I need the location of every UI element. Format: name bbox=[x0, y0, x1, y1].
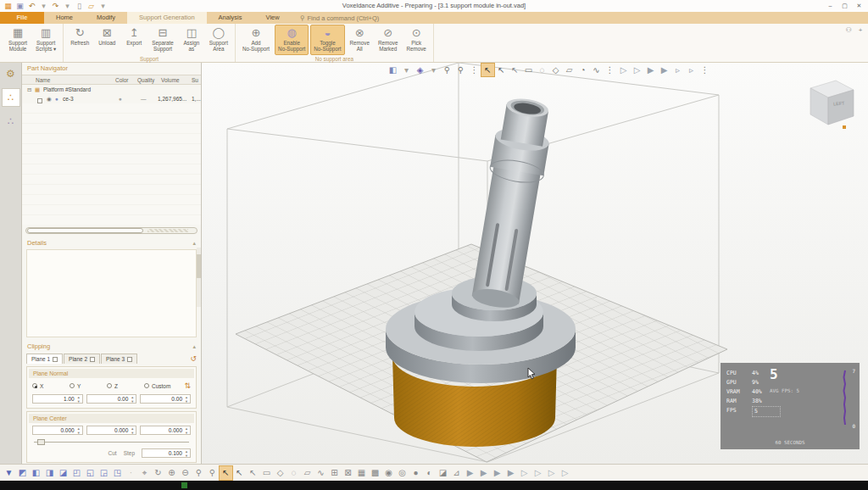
radio-x[interactable]: X bbox=[32, 383, 70, 389]
remove-all-button[interactable]: ⊗Remove All bbox=[347, 25, 373, 55]
support-navigator-icon[interactable]: ∴ bbox=[3, 113, 19, 130]
part-color-dot[interactable]: ● bbox=[119, 94, 122, 103]
refresh-button[interactable]: ↻Refresh bbox=[67, 25, 92, 55]
plane-3-checkbox[interactable] bbox=[127, 357, 132, 362]
viewport-3d[interactable]: ◧▾◈▾⚲⚲⋮↖↖↖▭◌◇▱◔∿⋮▷▷▶▶▹▹⋮ bbox=[202, 63, 868, 464]
select-cursor-icon[interactable]: ↖ bbox=[220, 466, 232, 480]
visibility-checkbox[interactable] bbox=[37, 96, 42, 105]
slider-thumb[interactable] bbox=[37, 439, 45, 445]
support-play-icon[interactable]: ▷ bbox=[631, 64, 643, 76]
toggle-no-support-button[interactable]: ◒Toggle No-Support bbox=[310, 25, 344, 55]
navigation-cube[interactable]: LEFT bbox=[810, 81, 854, 129]
mesh-select-icon[interactable]: ▩ bbox=[369, 466, 381, 480]
rect-select-icon[interactable]: ▭ bbox=[522, 64, 535, 76]
enable-no-support-button[interactable]: ◍Enable No-Support bbox=[275, 25, 309, 55]
settings-gear-icon[interactable]: ⚙ bbox=[3, 65, 19, 82]
zoom-icon[interactable]: ⚲ bbox=[454, 64, 467, 76]
drag-cursor-icon[interactable]: ↖ bbox=[509, 64, 521, 76]
play-tool-icon[interactable]: ▶ bbox=[477, 466, 490, 480]
panel-vscrollbar[interactable] bbox=[197, 248, 201, 307]
zoom-in-icon[interactable]: ⊕ bbox=[165, 466, 178, 480]
view-bottom-icon[interactable]: ◲ bbox=[97, 466, 110, 480]
zoom-window-icon[interactable]: ⚲ bbox=[192, 466, 205, 480]
play-tool-icon[interactable]: ▶ bbox=[504, 466, 517, 480]
normal-z-field[interactable]: 0.00▲▼ bbox=[140, 394, 191, 404]
play-tool-icon[interactable]: ▶ bbox=[464, 466, 476, 480]
support-play-icon[interactable]: ▹ bbox=[685, 64, 698, 76]
support-scripts-button[interactable]: ▥Support Scripts ▾ bbox=[32, 25, 59, 55]
view-filter-icon[interactable]: ▼ bbox=[3, 466, 15, 480]
play-tool-icon[interactable]: ▷ bbox=[518, 466, 531, 480]
free-select-icon[interactable]: ▱ bbox=[301, 466, 314, 480]
column-surface[interactable]: Su bbox=[192, 75, 198, 85]
tab-view[interactable]: View bbox=[254, 12, 292, 24]
half-select-icon[interactable]: ◐ bbox=[423, 466, 436, 480]
unload-button[interactable]: ⊠Unload bbox=[94, 25, 120, 55]
reset-clipping-icon[interactable]: ↺ bbox=[190, 354, 197, 363]
support-area-button[interactable]: ◯Support Area bbox=[206, 25, 231, 55]
wedge-select-icon[interactable]: ⊿ bbox=[450, 466, 463, 480]
platform-row[interactable]: ⊟ ▦ Platform #Standard bbox=[22, 85, 201, 94]
curve-select-icon[interactable]: ∿ bbox=[314, 466, 327, 480]
support-module-button[interactable]: ▦Support Module bbox=[5, 25, 31, 55]
user-icon[interactable]: ⚇ bbox=[844, 25, 853, 34]
rect-select-icon[interactable]: ▭ bbox=[260, 466, 273, 480]
normal-y-field[interactable]: 0.00▲▼ bbox=[86, 394, 137, 404]
tab-modify[interactable]: Modify bbox=[85, 12, 127, 24]
lasso-select-icon[interactable]: ◌ bbox=[287, 466, 300, 480]
tree-expander-icon[interactable]: ⊟ bbox=[27, 85, 31, 94]
radio-custom[interactable]: Custom bbox=[144, 383, 181, 389]
support-play-icon[interactable]: ▶ bbox=[658, 64, 670, 76]
tab-home[interactable]: Home bbox=[44, 12, 85, 24]
maximize-button[interactable]: ▢ bbox=[837, 0, 852, 11]
step-field[interactable]: 0.100▲▼ bbox=[142, 448, 191, 458]
assign-as-button[interactable]: ◫Assign as bbox=[179, 25, 204, 55]
zoom-window-icon[interactable]: ⚲ bbox=[441, 64, 453, 76]
render-mode-icon[interactable]: ◧ bbox=[387, 64, 399, 76]
tab-analysis[interactable]: Analysis bbox=[207, 12, 254, 24]
view-top-icon[interactable]: ◱ bbox=[84, 466, 97, 480]
view-orientation-icon[interactable]: ◈ bbox=[414, 64, 426, 76]
eye-icon[interactable]: ◉ bbox=[47, 94, 52, 103]
part-row[interactable]: ◉ ● ce-3 ● — 1,267,965... 1,... bbox=[22, 94, 201, 103]
tab-plane-3[interactable]: Plane 3 bbox=[101, 354, 137, 364]
clipping-header[interactable]: Clipping ▴ bbox=[22, 342, 201, 352]
pick-remove-button[interactable]: ⊙Pick Remove bbox=[403, 25, 429, 55]
minimize-button[interactable]: – bbox=[823, 0, 837, 11]
sphere-select-icon[interactable]: ◉ bbox=[382, 466, 395, 480]
view-right-icon[interactable]: ◰ bbox=[70, 466, 83, 480]
normal-x-field[interactable]: 1.00▲▼ bbox=[32, 394, 83, 404]
collapse-caret-icon[interactable]: ▴ bbox=[192, 342, 196, 352]
brush-select-icon[interactable]: ◔ bbox=[576, 64, 589, 76]
grid-select-icon[interactable]: ▦ bbox=[355, 466, 368, 480]
column-quality[interactable]: Quality bbox=[137, 75, 154, 85]
fill-select-icon[interactable]: ● bbox=[409, 466, 422, 480]
radio-z[interactable]: Z bbox=[107, 383, 144, 389]
separate-support-button[interactable]: ⊟Separate Support bbox=[148, 25, 177, 55]
invert-select-icon[interactable]: ⊞ bbox=[328, 466, 341, 480]
remove-marked-button[interactable]: ⊘Remove Marked bbox=[375, 25, 401, 55]
cut-label[interactable]: Cut bbox=[108, 450, 117, 456]
view-front-icon[interactable]: ◧ bbox=[30, 466, 42, 480]
ring-select-icon[interactable]: ◎ bbox=[396, 466, 409, 480]
support-play-icon[interactable]: ▷ bbox=[617, 64, 630, 76]
tab-file[interactable]: File bbox=[0, 12, 44, 24]
tab-plane-1[interactable]: Plane 1 bbox=[26, 354, 63, 364]
close-button[interactable]: ✕ bbox=[852, 0, 866, 11]
pick-cursor-icon[interactable]: ↖ bbox=[233, 466, 246, 480]
polygon-select-icon[interactable]: ◇ bbox=[274, 466, 287, 480]
details-header[interactable]: Details ▴ bbox=[22, 238, 201, 248]
select-cursor-icon[interactable]: ↖ bbox=[481, 64, 494, 76]
curve-select-icon[interactable]: ∿ bbox=[590, 64, 603, 76]
view-left-icon[interactable]: ◪ bbox=[57, 466, 70, 480]
command-search[interactable]: ⚲ Find a command (Ctrl+Q) bbox=[292, 12, 388, 24]
play-tool-icon[interactable]: ▷ bbox=[559, 466, 571, 480]
lasso-select-icon[interactable]: ◌ bbox=[536, 64, 548, 76]
orbit-icon[interactable]: ↻ bbox=[152, 466, 164, 480]
free-select-icon[interactable]: ▱ bbox=[563, 64, 576, 76]
column-volume[interactable]: Volume bbox=[161, 75, 180, 85]
add-no-support-button[interactable]: ⊕Add No-Support bbox=[239, 25, 273, 55]
view-fit-icon[interactable]: ◳ bbox=[111, 466, 124, 480]
pick-cursor-icon[interactable]: ↖ bbox=[495, 64, 508, 76]
support-play-icon[interactable]: ▹ bbox=[671, 64, 684, 76]
